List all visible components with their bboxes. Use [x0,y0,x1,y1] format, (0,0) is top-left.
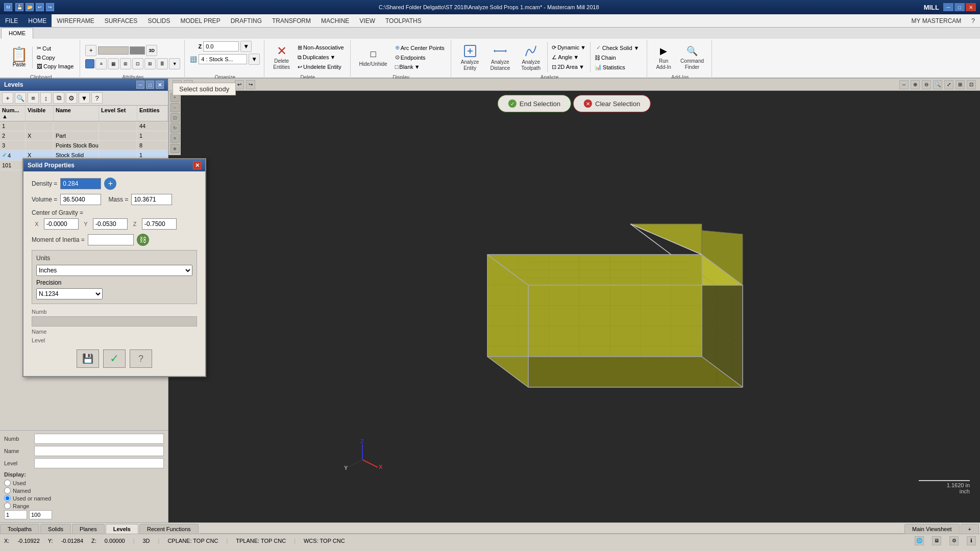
layer-btn[interactable]: ≡ [95,58,107,69]
angle-dropdown[interactable]: ▼ [573,54,579,60]
menu-view[interactable]: VIEW [354,14,380,27]
col-entities[interactable]: Entities [137,106,168,121]
save-icon[interactable]: 💾 [15,3,23,11]
run-add-in-button[interactable]: ▶ RunAdd-In [652,42,674,72]
precision-select[interactable]: N.1234 N.12 N.123 [36,288,103,299]
dialog-save-button[interactable]: 💾 [77,349,99,368]
tab-solids[interactable]: Solids [40,524,71,534]
attr-expand[interactable]: ▼ [169,58,180,69]
right-btn-2[interactable]: − [170,103,180,112]
close-button[interactable]: ✕ [966,3,976,11]
blank-dropdown[interactable]: ▼ [414,64,420,70]
level-input[interactable] [199,54,247,64]
tab-main-viewsheet[interactable]: Main Viewsheet [904,524,959,534]
tab-toolpaths[interactable]: Toolpaths [0,524,39,534]
mass-input[interactable] [131,194,172,205]
line-width[interactable] [130,46,145,55]
col-visible[interactable]: Visible [26,106,54,121]
ac-btn-7[interactable]: ⊖ [922,80,931,89]
menu-my-mastercam[interactable]: MY MASTERCAM [906,14,967,27]
menu-surfaces[interactable]: SURFACES [100,14,143,27]
menu-file[interactable]: FILE [0,14,23,27]
moment-chain-button[interactable]: ⛓ [137,234,149,246]
analyze-distance-button[interactable]: AnalyzeDistance [485,41,514,73]
blank-button[interactable]: □ Blank ▼ [393,63,447,71]
radio-used-input[interactable] [4,480,11,486]
radio-named-input[interactable] [4,487,11,494]
attr-btn-4[interactable]: ⊞ [120,58,131,69]
right-btn-3[interactable]: ⊡ [170,113,180,122]
minimize-button[interactable]: ─ [943,3,953,11]
col-num[interactable]: Num... ▲ [0,106,26,121]
attr-btn-6[interactable]: ⊞ [144,58,156,69]
tab-add-viewsheet[interactable]: + [961,524,979,534]
ac-btn-10[interactable]: ⊞ [955,80,965,89]
dynamic-button[interactable]: ⟳ Dynamic ▼ [550,43,588,52]
levels-add-button[interactable]: + [2,92,13,104]
level-input-field[interactable] [34,458,164,468]
col-name[interactable]: Name [54,106,99,121]
2d-area-dropdown[interactable]: ▼ [579,64,584,70]
ac-btn-11[interactable]: ⊡ [967,80,976,89]
attr-3d[interactable]: 3D [146,45,157,56]
ribbon-tab-home[interactable]: HOME [1,28,33,39]
ac-btn-6[interactable]: ⊕ [911,80,920,89]
cog-y-input[interactable] [93,218,128,230]
table-row[interactable]: 1 44 [0,121,168,131]
arc-center-points-button[interactable]: ⊕ Arc Center Points [393,43,447,52]
levels-help-button[interactable]: ? [91,92,103,104]
right-btn-5[interactable]: ≡ [170,134,180,143]
density-plus-button[interactable]: + [104,178,116,190]
levels-settings-button[interactable]: ⚙ [66,92,77,104]
units-select[interactable]: Inches Millimeters Centimeters [36,265,192,276]
right-btn-6[interactable]: ◈ [170,144,180,153]
range-to-input[interactable] [29,510,52,519]
copy-image-button[interactable]: 🖼 Copy Image [35,62,76,70]
viewport[interactable]: ⊕ ⊡ AutoCursor ▼ ↩ ↪ ↔ ⊕ ⊖ 🔍 ⤢ ⊞ ⊡ Selec… [168,79,980,522]
menu-wireframe[interactable]: WIREFRAME [52,14,99,27]
ac-btn-8[interactable]: 🔍 [933,80,942,89]
angle-button[interactable]: ∠ Angle ▼ [550,53,588,62]
range-from-input[interactable] [4,510,27,519]
dup-dropdown[interactable]: ▼ [330,54,335,60]
dialog-ok-button[interactable]: ✓ [103,349,126,368]
tab-recent-functions[interactable]: Recent Functions [139,524,199,534]
endpoints-button[interactable]: ⊙ Endpoints [393,53,447,62]
levels-close-button[interactable]: ✕ [156,81,164,89]
duplicates-button[interactable]: ⧉ Duplicates ▼ [296,53,346,62]
analyze-entity-button[interactable]: AnalyzeEntity [456,41,484,73]
ac-btn-4[interactable]: ↪ [246,80,255,89]
analyze-toolpath-button[interactable]: AnalyzeToolpath [517,41,545,73]
ac-btn-5[interactable]: ↔ [899,80,909,89]
menu-help[interactable]: ? [966,14,980,27]
hide-unhide-button[interactable]: □ Hide/Unhide [356,45,391,69]
status-settings-icon[interactable]: ⚙ [949,536,959,545]
levels-move-button[interactable]: ↕ [40,92,52,104]
open-icon[interactable]: 📂 [26,3,34,11]
menu-toolpaths[interactable]: TOOLPATHS [380,14,427,27]
undo-icon[interactable]: ↩ [36,3,44,11]
radio-range-input[interactable] [4,503,11,509]
line-style[interactable] [98,46,129,55]
attr-btn-5[interactable]: ⊡ [132,58,143,69]
cog-z-input[interactable] [142,218,177,230]
copy-button[interactable]: ⧉ Copy [35,53,76,62]
menu-solids[interactable]: SOLIDS [142,14,175,27]
density-input[interactable] [60,178,101,189]
check-solid-dropdown[interactable]: ▼ [634,45,640,51]
ac-btn-9[interactable]: ⤢ [944,80,953,89]
2d-area-button[interactable]: ⊡ 2D Area ▼ [550,63,588,71]
command-finder-button[interactable]: 🔍 CommandFinder [677,42,707,72]
level-dropdown[interactable]: ▼ [249,54,260,65]
levels-dropdown-button[interactable]: ▼ [79,92,90,104]
statistics-button[interactable]: 📊 Statistics [593,63,643,71]
levels-minimize-button[interactable]: ─ [136,81,144,89]
paste-button[interactable]: 📋 Paste [6,46,33,68]
status-info-icon[interactable]: ℹ [967,536,976,545]
maximize-button[interactable]: □ [954,3,965,11]
status-display-icon[interactable]: 🖥 [932,536,941,545]
delete-entities-button[interactable]: ✕ DeleteEntities [270,42,293,72]
redo-icon[interactable]: ↪ [46,3,54,11]
table-row[interactable]: 2 X Part 1 [0,131,168,141]
attr-btn-1[interactable]: + [85,45,96,56]
